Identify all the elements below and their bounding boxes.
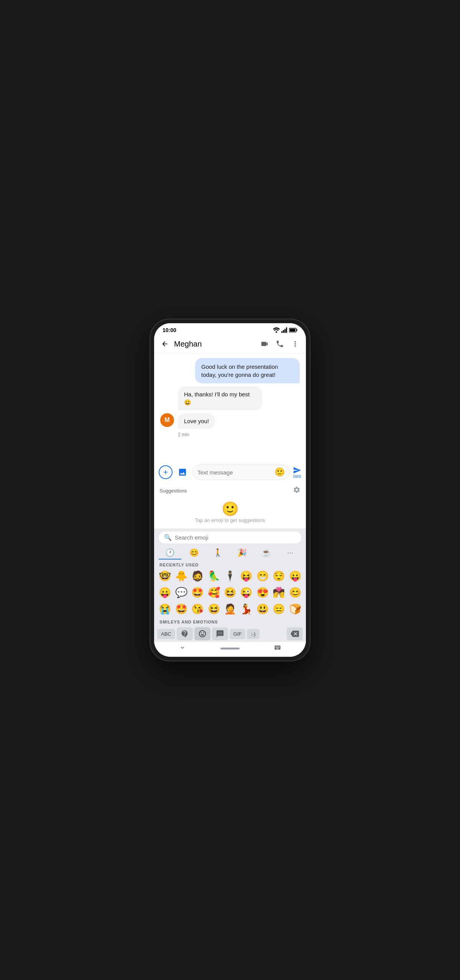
emoji-dancer[interactable]: 💃 [238,602,254,617]
emoji-grid-recent-row1: 🤓 🐥 🧔 🦜 🕴 😝 😁 😌 😛 [154,569,306,585]
svg-rect-3 [284,329,286,333]
emoji-smile[interactable]: 😃 [255,602,270,617]
emoji-spy[interactable]: 🕴 [222,569,238,584]
suggestions-empty: 🙂 Tap an emoji to get suggestions [154,498,306,528]
suggestions-face-icon: 🙂 [222,502,239,516]
emoji-kiss[interactable]: 🤩 [173,602,189,617]
sms-label: SMS [293,474,301,479]
emoji-tab-smiley[interactable]: 😊 [183,546,205,560]
emoji-tongue[interactable]: 😛 [288,569,303,584]
message-content: Love you! [178,413,215,429]
message-text-input[interactable] [197,469,271,476]
back-button[interactable] [159,338,171,350]
emoji-cry[interactable]: 😭 [157,602,172,617]
svg-rect-1 [281,331,283,333]
video-call-button[interactable] [258,338,271,350]
message-sent-1: Good luck on the presentation today, you… [160,358,300,383]
emoji-stuck-out[interactable]: 😝 [238,569,254,584]
emoji-kiss2[interactable]: 😘 [190,602,205,617]
status-time: 10:00 [163,327,176,333]
wifi-icon [273,327,280,333]
svg-rect-2 [283,330,284,333]
emoji-tab-recent[interactable]: 🕐 [159,546,181,560]
emoji-tongue2[interactable]: 😛 [157,585,172,600]
emoji-bread[interactable]: 🍞 [288,602,303,617]
emoji-tab-objects[interactable]: 🎉 [231,546,253,560]
suggestions-bar: Suggestions [154,483,306,498]
battery-icon [289,328,297,332]
emoji-starstruck[interactable]: 🤩 [190,585,205,600]
emoji-parrot[interactable]: 🦜 [206,569,221,584]
emoji-bubble[interactable]: 💬 [173,585,189,600]
emoji-search-input[interactable] [175,534,296,541]
message-timestamp: 2 min [178,432,300,437]
bubble-received: Love you! [178,413,215,429]
nav-home-indicator [220,648,240,650]
emoticon-button[interactable]: :-) [247,629,259,639]
bubble-received: Ha, thanks! I'll do my best 😀 [178,386,262,410]
add-attachment-button[interactable] [159,465,172,479]
emoji-keyboard-button[interactable] [194,627,210,640]
keyboard-bottom-bar: ABC GIF :-) [154,626,306,642]
message-input-area: 🙂 SMS [154,461,306,483]
emoji-expressionless[interactable]: 😑 [271,602,286,617]
message-text: Ha, thanks! I'll do my best 😀 [184,390,256,406]
emoji-laughing[interactable]: 😆 [222,585,238,600]
emoji-tab-people[interactable]: 🚶 [207,546,229,560]
app-bar-actions [258,338,301,350]
emoji-hearts-eyes[interactable]: 🥰 [206,585,221,600]
emoji-lol[interactable]: 😆 [206,602,221,617]
emoji-happy[interactable]: 😊 [288,585,303,600]
contact-avatar: M [160,413,174,427]
emoji-category-tabs: 🕐 😊 🚶 🎉 ☕ ⋯ [154,546,306,560]
gif-label: GIF [233,631,242,637]
emoji-love-eyes[interactable]: 😍 [255,585,270,600]
svg-rect-6 [297,329,297,331]
nav-bar [154,642,306,657]
emoji-keyboard: 🔍 🕐 😊 🚶 🎉 ☕ ⋯ RECENTLY USED [154,528,306,642]
suggestions-settings-button[interactable] [293,486,301,495]
phone-call-button[interactable] [274,338,286,350]
contact-name: Meghan [174,340,255,348]
backspace-button[interactable] [287,627,303,640]
emoji-beard[interactable]: 🧔 [190,569,205,584]
emoji-board-button[interactable] [212,627,228,640]
emoji-button[interactable]: 🙂 [274,467,285,477]
bubble-sent: Good luck on the presentation today, you… [195,358,300,383]
svg-rect-7 [290,329,296,332]
suggestions-hint: Tap an emoji to get suggestions [195,517,265,523]
more-options-button[interactable] [289,338,301,350]
sticker-button[interactable] [177,627,193,640]
messages-area: Good luck on the presentation today, you… [154,353,306,461]
status-bar: 10:00 [154,323,306,335]
emoji-nerd[interactable]: 🤓 [157,569,172,584]
nav-chevron-button[interactable] [179,644,186,653]
emoticon-label: :-) [251,631,255,637]
emoji-grid-recent-row3: 😭 🤩 😘 😆 🤦 💃 😃 😑 🍞 [154,602,306,618]
send-button[interactable]: SMS [293,466,301,479]
abc-button[interactable]: ABC [157,629,175,639]
emoji-chick[interactable]: 🐥 [173,569,189,584]
svg-rect-4 [286,327,287,333]
nav-keyboard-button[interactable] [274,644,281,653]
emoji-kiss-couple[interactable]: 💏 [271,585,286,600]
signal-icon [281,327,288,333]
abc-label: ABC [161,631,171,637]
emoji-facepalm[interactable]: 🤦 [222,602,238,617]
app-bar: Meghan [154,335,306,353]
svg-point-0 [276,331,277,333]
emoji-grid-recent-row2: 😛 💬 🤩 🥰 😆 😜 😍 💏 😊 [154,585,306,602]
gif-button[interactable]: GIF [230,629,246,639]
emoji-search-wrap: 🔍 [159,532,301,543]
emoji-relieved[interactable]: 😌 [271,569,286,584]
message-received-avatar: M Love you! [160,413,300,429]
message-text: Good luck on the presentation today, you… [201,363,294,379]
emoji-search-bar: 🔍 [154,528,306,546]
status-icons [273,327,297,333]
emoji-tab-food[interactable]: ☕ [255,546,278,560]
emoji-wink[interactable]: 😜 [238,585,254,600]
emoji-tab-more[interactable]: ⋯ [279,547,301,559]
media-button[interactable] [176,465,189,479]
message-text: Love you! [184,417,209,425]
emoji-grin[interactable]: 😁 [255,569,270,584]
